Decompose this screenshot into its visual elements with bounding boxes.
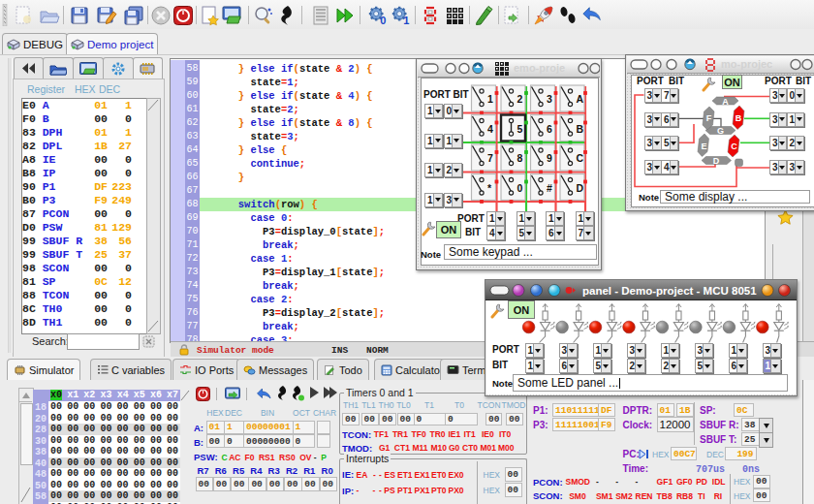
svg-text:PORT: PORT [492,344,519,355]
svg-text:6: 6 [547,123,552,135]
svg-text:PORT: PORT [637,76,664,86]
svg-text:3: 3 [547,93,552,105]
svg-text:#: # [547,182,552,194]
svg-text:C: C [731,142,737,151]
svg-text:D: D [713,156,720,166]
svg-text:B: B [577,123,584,135]
svg-text:C: C [577,152,584,164]
svg-text:9: 9 [547,152,552,164]
svg-text:5: 5 [517,123,523,135]
svg-text:8: 8 [517,152,523,164]
svg-text:0: 0 [380,15,386,26]
svg-text:PORT: PORT [457,213,485,224]
svg-text:4: 4 [487,123,493,135]
svg-text:D: D [577,182,584,194]
svg-text:BIT: BIT [492,360,508,370]
svg-text:7: 7 [487,152,493,164]
svg-text:E: E [701,142,706,151]
svg-text:2: 2 [517,93,523,105]
svg-text:PORT BIT: PORT BIT [423,89,469,100]
svg-text:0: 0 [517,182,523,194]
svg-text:BIT: BIT [465,227,481,237]
svg-text:PORT: PORT [765,76,792,86]
svg-text:F: F [706,113,712,123]
svg-text:A: A [577,93,584,105]
svg-text:1: 1 [487,93,493,105]
svg-text:G: G [717,126,724,136]
svg-text:BIT: BIT [796,76,811,86]
svg-text:1: 1 [403,15,409,26]
svg-text:A: A [722,97,729,107]
svg-text:B: B [736,113,742,123]
svg-text:BIT: BIT [669,76,684,86]
